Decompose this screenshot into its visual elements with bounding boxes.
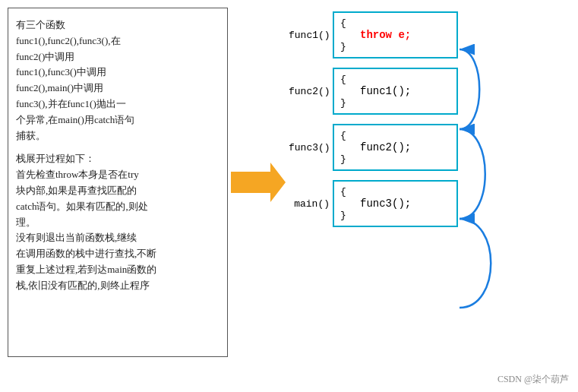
- line1: func1(),func2(),func3(),在: [16, 33, 220, 49]
- line4: func2(),main()中调用: [16, 81, 220, 96]
- stack1: 首先检查throw本身是否在try: [16, 167, 220, 183]
- left-panel: 有三个函数 func1(),func2(),func3(),在 func2()中…: [8, 8, 228, 357]
- arrow-area: [228, 8, 289, 357]
- func2-row: func2() { } func1();: [289, 68, 570, 115]
- line3: func1(),func3()中调用: [16, 65, 220, 81]
- func2-content: func1();: [360, 85, 411, 97]
- line7: 捕获。: [16, 128, 220, 144]
- func1-content: throw e;: [360, 29, 411, 41]
- brace-left-3: {: [340, 130, 346, 141]
- line5: func3(),并在func1()抛出一: [16, 96, 220, 112]
- brace-right-2: }: [340, 97, 346, 109]
- func1-row: func1() { } throw e;: [289, 11, 570, 58]
- main-container: 有三个函数 func1(),func2(),func3(),在 func2()中…: [0, 0, 578, 392]
- func3-label: func3(): [289, 142, 333, 153]
- brace-right-4: }: [340, 210, 346, 221]
- stack3: catch语句。如果有匹配的,则处: [16, 199, 220, 215]
- stack4: 理。: [16, 215, 220, 231]
- func2-label: func2(): [289, 86, 333, 97]
- func1-label: func1(): [289, 30, 333, 41]
- main-content: func3();: [360, 198, 411, 210]
- watermark: CSDN @柒个葫芦: [497, 373, 569, 386]
- stack7: 重复上述过程,若到达main函数的: [16, 262, 220, 278]
- brace-left-1: {: [340, 17, 346, 29]
- main-label: main(): [289, 198, 333, 210]
- intro-line: 有三个函数: [16, 17, 220, 33]
- right-area: func1() { } throw e; func2() { } func1()…: [289, 8, 570, 227]
- stack-title: 栈展开过程如下：: [16, 151, 220, 167]
- main-row: main() { } func3();: [289, 180, 570, 227]
- stack6: 在调用函数的栈中进行查找,不断: [16, 246, 220, 262]
- line6: 个异常,在main()用catch语句: [16, 112, 220, 128]
- brace-right-3: }: [340, 153, 346, 165]
- stack8: 栈,依旧没有匹配的,则终止程序: [16, 278, 220, 294]
- svg-marker-0: [231, 163, 286, 202]
- func1-box: { } throw e;: [333, 11, 458, 58]
- stack2: 块内部,如果是再查找匹配的: [16, 183, 220, 199]
- func3-row: func3() { } func2();: [289, 124, 570, 171]
- main-box: { } func3();: [333, 180, 458, 227]
- func3-content: func2();: [360, 141, 411, 153]
- brace-left-4: {: [340, 186, 346, 198]
- stack5: 没有则退出当前函数栈,继续: [16, 230, 220, 246]
- brace-right-1: }: [340, 41, 346, 52]
- func2-box: { } func1();: [333, 68, 458, 115]
- func3-box: { } func2();: [333, 124, 458, 171]
- line2: func2()中调用: [16, 49, 220, 65]
- brace-left-2: {: [340, 74, 346, 85]
- big-arrow-icon: [231, 163, 286, 202]
